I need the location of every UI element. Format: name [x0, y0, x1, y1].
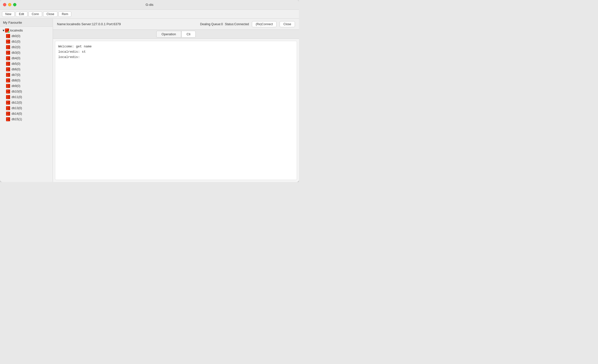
close-window-button[interactable]	[3, 3, 6, 6]
connection-status: Dealing Queue:0 Status:Connected	[200, 22, 249, 26]
db-icon	[6, 89, 10, 94]
connection-header: Name:localredis Server:127.0.0.1 Port:63…	[53, 19, 299, 30]
connection-name: localredis	[10, 29, 23, 32]
connected-status: Status:Connected	[225, 22, 249, 26]
connection-info: Name:localredis Server:127.0.0.1 Port:63…	[57, 22, 197, 26]
tabs-bar: Operation Cli	[53, 30, 299, 39]
db-label: db13(0)	[12, 106, 22, 110]
db-label: db15(1)	[12, 117, 22, 121]
titlebar-title: G-dis	[145, 3, 153, 7]
reconnect-button[interactable]: (Re)Connect	[252, 21, 277, 27]
db-item[interactable]: db11(0)	[4, 94, 53, 100]
db-icon	[6, 117, 10, 121]
db-item[interactable]: db14(0)	[4, 111, 53, 116]
db-icon	[6, 73, 10, 77]
db-item[interactable]: db13(0)	[4, 105, 53, 111]
db-label: db3(0)	[12, 51, 20, 54]
db-item[interactable]: db2(0)	[4, 44, 53, 50]
sidebar-header: My Favourite	[0, 19, 53, 27]
db-label: db2(0)	[12, 45, 20, 49]
rem-button[interactable]: Rem	[58, 11, 71, 17]
db-icon	[6, 84, 10, 88]
cli-line: localredis:	[58, 55, 294, 60]
cli-line: Welcome: get name	[58, 44, 294, 49]
db-item[interactable]: db3(0)	[4, 50, 53, 55]
db-item[interactable]: db1(0)	[4, 39, 53, 44]
tab-operation[interactable]: Operation	[156, 31, 181, 38]
db-label: db11(0)	[12, 95, 22, 99]
db-label: db14(0)	[12, 112, 22, 115]
db-item[interactable]: db15(1)	[4, 116, 53, 122]
db-label: db6(0)	[12, 68, 20, 71]
db-label: db10(0)	[12, 90, 22, 93]
db-label: db8(0)	[12, 79, 20, 82]
close-conn-button[interactable]: Close	[280, 21, 295, 27]
db-item[interactable]: db12(0)	[4, 100, 53, 105]
db-label: db0(0)	[12, 34, 20, 38]
db-item[interactable]: db4(0)	[4, 55, 53, 61]
db-icon	[6, 45, 10, 49]
db-icon	[6, 67, 10, 71]
db-item[interactable]: db6(0)	[4, 67, 53, 72]
edit-button[interactable]: Edit	[16, 11, 27, 17]
cli-area[interactable]: Welcome: get namelocalredis: stlocalredi…	[55, 41, 297, 180]
toolbar: New Edit Conn Close Rem	[0, 10, 299, 19]
main-content: My Favourite ▼ localredis db0(0)db1(0)db…	[0, 19, 299, 182]
db-label: db9(0)	[12, 84, 20, 88]
queue-status: Dealing Queue:0	[200, 22, 223, 26]
close-button[interactable]: Close	[43, 11, 57, 17]
minimize-window-button[interactable]	[8, 3, 11, 6]
sidebar: My Favourite ▼ localredis db0(0)db1(0)db…	[0, 19, 53, 182]
app-window: G-dis New Edit Conn Close Rem My Favouri…	[0, 0, 299, 182]
db-icon	[6, 56, 10, 60]
db-icon	[6, 112, 10, 116]
db-icon	[6, 62, 10, 66]
db-icon	[6, 106, 10, 110]
db-item[interactable]: db0(0)	[4, 33, 53, 39]
db-icon	[6, 40, 10, 44]
sidebar-tree[interactable]: ▼ localredis db0(0)db1(0)db2(0)db3(0)db4…	[0, 27, 53, 182]
db-icon	[6, 78, 10, 82]
maximize-window-button[interactable]	[13, 3, 16, 6]
new-button[interactable]: New	[2, 11, 15, 17]
db-icon	[6, 101, 10, 105]
connection-item[interactable]: ▼ localredis	[0, 28, 53, 33]
tab-cli[interactable]: Cli	[181, 31, 196, 38]
db-label: db12(0)	[12, 101, 22, 104]
db-item[interactable]: db10(0)	[4, 89, 53, 94]
expand-icon: ▼	[2, 29, 5, 32]
cli-line: localredis: st	[58, 49, 294, 55]
db-icon	[6, 34, 10, 38]
db-label: db4(0)	[12, 56, 20, 60]
right-panel: Name:localredis Server:127.0.0.1 Port:63…	[53, 19, 299, 182]
db-item[interactable]: db5(0)	[4, 61, 53, 67]
connected-dot	[8, 31, 10, 33]
db-item[interactable]: db9(0)	[4, 83, 53, 89]
db-icon	[6, 51, 10, 55]
db-label: db1(0)	[12, 40, 20, 43]
db-item[interactable]: db7(0)	[4, 72, 53, 78]
db-icon	[6, 95, 10, 99]
titlebar: G-dis	[0, 0, 299, 10]
db-label: db5(0)	[12, 62, 20, 66]
db-item[interactable]: db8(0)	[4, 78, 53, 83]
databases-list: db0(0)db1(0)db2(0)db3(0)db4(0)db5(0)db6(…	[0, 33, 53, 122]
traffic-lights	[3, 3, 16, 6]
conn-button[interactable]: Conn	[28, 11, 42, 17]
db-label: db7(0)	[12, 73, 20, 77]
